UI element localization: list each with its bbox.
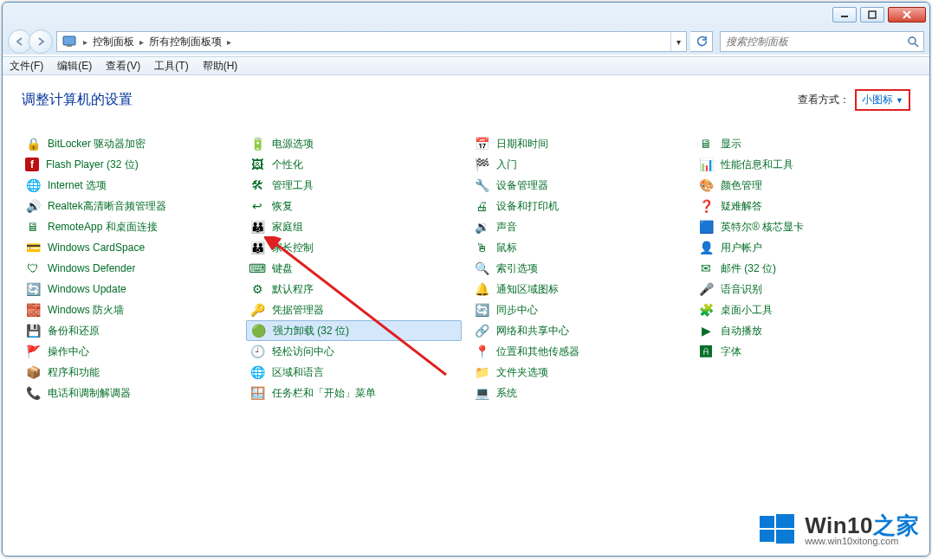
cp-item-sound[interactable]: 🔉声音	[470, 216, 686, 237]
user-acct-icon: 👤	[698, 240, 714, 255]
cp-item-label: 网络和共享中心	[496, 324, 569, 338]
cp-item-troubleshoot[interactable]: ❓疑难解答	[695, 196, 910, 216]
cp-item-cardspace[interactable]: 💳Windows CardSpace	[22, 237, 237, 258]
cp-item-remoteapp[interactable]: 🖥RemoteApp 和桌面连接	[22, 216, 237, 237]
cp-item-label: Windows Update	[48, 283, 126, 295]
cp-item-label: 语音识别	[721, 282, 762, 297]
cp-item-label: 显示	[721, 137, 741, 151]
cp-item-admin-tools[interactable]: 🛠管理工具	[246, 175, 462, 196]
maximize-button[interactable]	[860, 7, 884, 23]
cp-item-keyboard[interactable]: ⌨键盘	[246, 258, 462, 279]
cp-item-mail[interactable]: ✉邮件 (32 位)	[695, 258, 910, 279]
cp-item-loc-sensors[interactable]: 📍位置和其他传感器	[470, 341, 686, 362]
cp-item-date-time[interactable]: 📅日期和时间	[470, 133, 686, 154]
cp-item-programs[interactable]: 📦程序和功能	[22, 362, 237, 383]
cp-item-default-prog[interactable]: ⚙默认程序	[246, 279, 462, 299]
cp-item-recovery[interactable]: ↩恢复	[246, 196, 462, 216]
cp-item-realtek[interactable]: 🔊Realtek高清晰音频管理器	[22, 196, 237, 216]
cp-item-perf-info[interactable]: 📊性能信息和工具	[695, 154, 910, 175]
content-area: 调整计算机的设置 查看方式： 小图标 ▼ 🔒BitLocker 驱动器加密fFl…	[3, 75, 929, 417]
cp-item-mouse[interactable]: 🖱鼠标	[470, 237, 686, 258]
cp-item-power[interactable]: 🔋电源选项	[246, 133, 462, 154]
cp-item-autoplay[interactable]: ▶自动播放	[695, 320, 910, 341]
ease-access-icon: 🕘	[249, 344, 265, 359]
cp-item-gadgets[interactable]: 🧩桌面小工具	[695, 299, 910, 320]
menu-edit[interactable]: 编辑(E)	[57, 59, 92, 74]
search-box[interactable]	[720, 31, 924, 52]
cp-item-internet[interactable]: 🌐Internet 选项	[22, 175, 237, 196]
perf-info-icon: 📊	[698, 157, 714, 172]
windows-logo-icon	[758, 511, 796, 549]
cp-item-speech[interactable]: 🎤语音识别	[695, 279, 910, 299]
cp-item-label: 自动播放	[721, 324, 762, 338]
cp-item-force-uninst[interactable]: 🟢强力卸载 (32 位)	[246, 320, 462, 341]
titlebar	[3, 3, 929, 27]
cp-item-taskbar[interactable]: 🪟任务栏和「开始」菜单	[246, 383, 462, 403]
forward-button[interactable]	[29, 29, 53, 54]
default-prog-icon: ⚙	[249, 281, 265, 297]
cp-item-label: 入门	[496, 158, 517, 172]
cp-item-backup[interactable]: 💾备份和还原	[22, 320, 237, 341]
address-bar[interactable]: ▸ 控制面板 ▸ 所有控制面板项 ▸ ▾	[56, 31, 687, 52]
update-icon: 🔄	[25, 281, 41, 297]
search-input[interactable]	[721, 35, 903, 48]
menu-file[interactable]: 文件(F)	[10, 59, 43, 74]
cp-item-display[interactable]: 🖥显示	[695, 133, 910, 154]
cp-item-action-center[interactable]: 🚩操作中心	[22, 341, 237, 362]
cp-item-parental[interactable]: 👪家长控制	[246, 237, 462, 258]
cp-item-label: BitLocker 驱动器加密	[48, 137, 146, 151]
cp-item-notif-icons[interactable]: 🔔通知区域图标	[470, 279, 686, 299]
search-icon[interactable]	[903, 35, 923, 48]
cp-item-fonts[interactable]: 🅰字体	[695, 341, 910, 362]
cp-item-label: 轻松访问中心	[272, 344, 334, 359]
cp-item-folder-opt[interactable]: 📁文件夹选项	[470, 362, 686, 383]
cp-item-label: 英特尔® 核芯显卡	[721, 220, 804, 235]
cp-item-credential[interactable]: 🔑凭据管理器	[246, 299, 462, 320]
defender-icon: 🛡	[25, 261, 41, 276]
indexing-icon: 🔍	[474, 261, 489, 276]
close-button[interactable]	[888, 7, 926, 23]
menu-help[interactable]: 帮助(H)	[203, 59, 238, 74]
breadcrumb-current[interactable]: 所有控制面板项	[146, 32, 225, 51]
cp-item-intel-gfx[interactable]: 🟦英特尔® 核芯显卡	[695, 216, 910, 237]
cp-item-color-mgmt[interactable]: 🎨颜色管理	[695, 175, 910, 196]
cp-item-network-share[interactable]: 🔗网络和共享中心	[470, 320, 686, 341]
breadcrumb-root[interactable]: 控制面板	[89, 32, 138, 51]
cp-item-label: 任务栏和「开始」菜单	[272, 386, 376, 401]
cp-item-flash[interactable]: fFlash Player (32 位)	[22, 154, 237, 175]
viewby-dropdown[interactable]: 小图标 ▼	[855, 89, 910, 111]
cp-item-bitlocker[interactable]: 🔒BitLocker 驱动器加密	[22, 133, 237, 154]
minimize-button[interactable]	[832, 7, 857, 23]
cp-item-update[interactable]: 🔄Windows Update	[22, 279, 237, 299]
force-uninst-icon: 🟢	[250, 323, 266, 338]
cardspace-icon: 💳	[25, 240, 41, 255]
cp-item-system[interactable]: 💻系统	[470, 383, 686, 403]
cp-item-label: 性能信息和工具	[721, 158, 793, 172]
refresh-button[interactable]	[690, 31, 713, 52]
cp-item-label: Flash Player (32 位)	[46, 158, 139, 172]
cp-item-indexing[interactable]: 🔍索引选项	[470, 258, 686, 279]
cp-item-ease-access[interactable]: 🕘轻松访问中心	[246, 341, 462, 362]
cp-item-user-acct[interactable]: 👤用户帐户	[695, 237, 910, 258]
recovery-icon: ↩	[249, 198, 265, 214]
cp-item-defender[interactable]: 🛡Windows Defender	[22, 258, 237, 279]
menu-view[interactable]: 查看(V)	[106, 59, 140, 74]
address-dropdown[interactable]: ▾	[670, 32, 686, 51]
internet-icon: 🌐	[25, 177, 41, 193]
cp-item-devices-print[interactable]: 🖨设备和打印机	[470, 196, 686, 216]
menu-tools[interactable]: 工具(T)	[154, 59, 188, 74]
cp-item-phone-modem[interactable]: 📞电话和调制解调器	[22, 383, 237, 403]
chevron-right-icon: ▸	[138, 37, 146, 47]
display-icon: 🖥	[698, 136, 714, 151]
cp-item-sync-center[interactable]: 🔄同步中心	[470, 299, 686, 320]
cp-item-firewall[interactable]: 🧱Windows 防火墙	[22, 299, 237, 320]
cp-item-get-started[interactable]: 🏁入门	[470, 154, 686, 175]
cp-item-label: RemoteApp 和桌面连接	[48, 220, 158, 235]
cp-item-personalize[interactable]: 🖼个性化	[246, 154, 462, 175]
system-icon: 💻	[474, 385, 489, 401]
cp-item-device-mgr[interactable]: 🔧设备管理器	[470, 175, 686, 196]
cp-item-label: 系统	[496, 386, 517, 401]
cp-item-homegroup[interactable]: 👪家庭组	[246, 216, 462, 237]
cp-item-region-lang[interactable]: 🌐区域和语言	[246, 362, 462, 383]
credential-icon: 🔑	[249, 302, 265, 318]
